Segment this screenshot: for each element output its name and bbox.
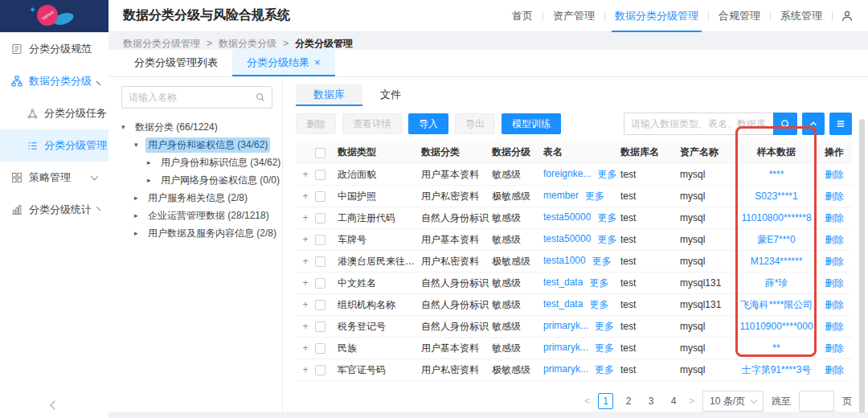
sidebar-collapse-button[interactable] [0,397,108,412]
sample-data-link[interactable]: **** [769,169,784,180]
table-name-link[interactable]: testa50000 [543,233,591,247]
row-checkbox[interactable] [315,365,326,375]
tree-node-selected[interactable]: 用户身份和鉴权信息 (34/62) [121,136,272,154]
expand-row-icon[interactable]: + [302,191,308,202]
collapse-search-button[interactable] [802,113,825,135]
page-number-button[interactable]: 3 [644,395,658,407]
model-train-button[interactable]: 模型训练 [502,113,561,134]
close-tab-icon[interactable]: × [314,56,321,68]
row-checkbox[interactable] [315,343,326,354]
nav-asset-management[interactable]: 资产管理 [543,0,604,32]
tree-node[interactable]: 数据分类 (66/1224) [121,118,272,136]
row-checkbox[interactable] [315,300,326,310]
page-number-button[interactable]: 2 [621,395,636,407]
expand-row-icon[interactable]: + [302,342,308,354]
sample-data-link[interactable]: 飞海科****限公司 [740,299,813,310]
more-link[interactable]: 更多 [597,211,616,225]
sidebar-item-classification-statistics[interactable]: 分类分级统计 [0,194,108,226]
sidebar-item-classification-task[interactable]: 分类分级任务 [0,97,108,129]
brand-logo[interactable]: ✦ Venus [0,0,108,32]
more-link[interactable]: 更多 [585,190,604,203]
table-name-link[interactable]: testa1000 [543,255,586,268]
sample-data-link[interactable]: M1234****** [751,256,803,267]
expand-row-icon[interactable]: + [302,277,308,289]
tree-node[interactable]: 企业运营管理数据 (28/1218) [121,207,272,224]
breadcrumb-item[interactable]: 数据分类分级 [219,37,276,51]
page-size-select[interactable]: 10 条/页 [702,391,764,412]
sample-data-link[interactable]: 11010900****000 [739,321,813,332]
caret-down-icon[interactable] [134,141,145,149]
next-page-button[interactable]: > [689,395,694,407]
sample-data-link[interactable]: 士字第91****3号 [742,364,812,375]
user-profile-icon[interactable] [841,10,854,23]
more-link[interactable]: 更多 [597,168,616,182]
sample-data-link[interactable]: ** [772,342,780,354]
delete-row-link[interactable]: 删除 [825,321,844,332]
nav-data-classification[interactable]: 数据分类分级管理 [605,0,708,32]
table-search-input[interactable] [624,113,773,135]
view-detail-button[interactable]: 查看详情 [342,113,402,134]
caret-down-icon[interactable] [121,123,133,131]
sidebar-item-classification-management[interactable]: 分类分级管理 [0,129,108,162]
expand-row-icon[interactable]: + [302,212,308,223]
row-checkbox[interactable] [315,213,326,223]
table-name-link[interactable]: primaryk... [543,320,588,334]
tree-search-input[interactable] [129,92,256,103]
page-number-button[interactable]: 1 [598,393,613,409]
nav-compliance-management[interactable]: 合规管理 [709,0,770,32]
more-link[interactable]: 更多 [592,255,612,268]
table-name-link[interactable]: test_data [543,298,583,312]
table-name-link[interactable]: test_data [543,277,583,290]
breadcrumb-item[interactable]: 数据分类分级管理 [123,37,200,51]
table-name-link[interactable]: primaryk... [543,342,588,355]
prev-page-button[interactable]: < [584,395,590,407]
import-button[interactable]: 导入 [408,113,448,134]
expand-row-icon[interactable]: + [302,321,308,332]
more-link[interactable]: 更多 [595,342,614,355]
row-checkbox[interactable] [315,191,326,202]
delete-row-link[interactable]: 删除 [825,169,844,180]
caret-right-icon[interactable] [147,158,158,166]
delete-row-link[interactable]: 删除 [825,277,844,289]
delete-row-link[interactable]: 删除 [825,256,844,267]
sample-data-link[interactable]: S023****1 [755,191,797,202]
delete-row-link[interactable]: 删除 [825,364,844,375]
tree-node[interactable]: 用户身份和标识信息 (34/62) [121,154,272,171]
delete-button[interactable]: 删除 [296,113,336,134]
nav-system-management[interactable]: 系统管理 [771,0,832,32]
expand-row-icon[interactable]: + [302,169,308,180]
tab-management-list[interactable]: 分类分级管理列表 [120,50,232,76]
jump-page-input[interactable] [799,391,834,412]
caret-right-icon[interactable] [134,211,145,219]
search-button[interactable] [773,113,797,135]
expand-row-icon[interactable]: + [302,299,308,310]
delete-row-link[interactable]: 删除 [825,299,844,310]
caret-right-icon[interactable] [134,194,145,202]
sidebar-item-policy-management[interactable]: 策略管理 [0,162,108,194]
tree-node[interactable]: 用户网络身份鉴权信息 (0/0) [121,171,272,189]
tree-node[interactable]: 用户服务相关信息 (2/8) [121,189,272,207]
expand-row-icon[interactable]: + [302,364,308,375]
sample-data-link[interactable]: 11010800******8 [741,212,811,223]
row-checkbox[interactable] [315,278,326,289]
page-number-button[interactable]: 4 [666,395,681,407]
more-link[interactable]: 更多 [597,233,616,247]
more-link[interactable]: 更多 [595,363,614,377]
caret-right-icon[interactable] [147,176,158,184]
vertical-scrollbar[interactable] [859,119,865,413]
expand-row-icon[interactable]: + [302,234,308,245]
delete-row-link[interactable]: 删除 [825,212,844,223]
delete-row-link[interactable]: 删除 [825,342,844,354]
table-name-link[interactable]: member [543,190,579,203]
row-checkbox[interactable] [315,256,326,267]
tab-database[interactable]: 数据库 [296,84,362,106]
tree-node[interactable]: 用户数据及服务内容信息 (2/8) [121,224,272,242]
delete-row-link[interactable]: 删除 [825,234,844,245]
table-name-link[interactable]: primaryk... [543,363,588,377]
tab-classification-result[interactable]: 分类分级结果× [232,50,335,76]
more-link[interactable]: 更多 [589,298,608,312]
column-settings-button[interactable] [829,113,852,135]
row-checkbox[interactable] [315,322,326,332]
caret-right-icon[interactable] [134,229,145,237]
sidebar-item-classification-spec[interactable]: 分类分级规范 [0,33,108,65]
